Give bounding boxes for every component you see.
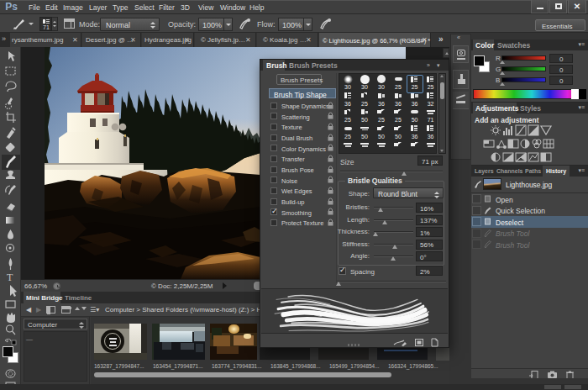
svg-text:T: T: [7, 271, 13, 283]
